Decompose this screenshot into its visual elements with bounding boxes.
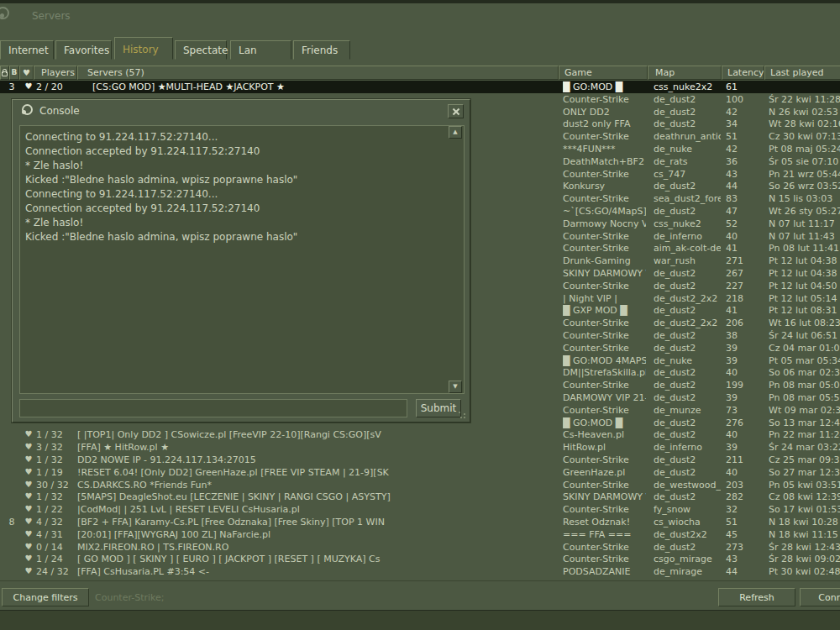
close-icon[interactable] (448, 104, 464, 118)
column-lock[interactable] (0, 66, 9, 80)
server-row[interactable]: 3 ♥ 2 / 20 [CS:GO MOD] ★MULTI-HEAD ★JACK… (0, 81, 840, 93)
game-name: SKINY DARMOWY VIP (563, 268, 646, 279)
console-scrollbar[interactable]: ▲ ▼ (449, 126, 462, 393)
map-name: de_dust2 (654, 367, 721, 378)
shield-icon: ♥ (22, 480, 35, 489)
steam-icon (22, 104, 33, 115)
column-latency[interactable]: Latency (722, 66, 764, 80)
server-row[interactable]: ♥ 24 / 32 [FFA] CsHusaria.PL #3:54 <- PO… (0, 565, 840, 578)
latency-value: 43 (726, 169, 763, 180)
last-played-value: Pt 12 lut 08:31 (769, 305, 840, 316)
map-name: de_dust2 (654, 281, 721, 291)
column-last-played[interactable]: Last played (764, 66, 840, 80)
game-name: ***4FUN*** (563, 144, 646, 155)
game-name: Counter-Strike (563, 504, 646, 515)
map-name: de_dust2 (654, 94, 721, 105)
column-secure[interactable]: ♥ (19, 66, 34, 80)
last-played-value: So 27 mar 12:30 (769, 467, 840, 478)
map-name: de_dust2_2x2 (654, 293, 721, 304)
server-row[interactable]: ♥ 1 / 32 [ |TOP1| Only DD2 ] CSowicze.pl… (0, 428, 840, 441)
column-players[interactable]: Players (34, 66, 77, 80)
change-filters-button[interactable]: Change filters (2, 588, 89, 606)
server-row[interactable]: ♥ 1 / 32 [5MAPS] DeagleShot.eu [LECZENIE… (0, 491, 840, 503)
tab[interactable]: History (114, 37, 173, 60)
map-name: de_inferno (654, 442, 721, 453)
column-game[interactable]: Game (559, 66, 648, 80)
server-row[interactable]: ♥ 0 / 14 MIX2.FIREON.RO | TS.FIREON.RO C… (0, 541, 840, 554)
last-played-value: Cz 25 mar 09:31 (769, 454, 840, 465)
submit-button[interactable]: Submit (416, 399, 461, 417)
console-titlebar[interactable]: Console (13, 100, 470, 122)
tab[interactable]: Friends (293, 40, 350, 60)
latency-value: 40 (726, 429, 763, 440)
scroll-down-icon[interactable]: ▼ (449, 381, 462, 393)
console-line: * Zle haslo! (25, 159, 444, 173)
map-name: cs_wiocha (654, 517, 721, 528)
server-row[interactable]: ♥ 30 / 32 CS.DARKCS.RO *Friends Fun* Cou… (0, 479, 840, 491)
server-row[interactable]: 8 ♥ 4 / 32 [BF2 + FFA] Karamy-Cs.PL [Fre… (0, 516, 840, 528)
latency-value: 42 (726, 144, 763, 155)
server-name: [ |TOP1| Only DD2 ] CSowicze.pl [FreeVIP… (77, 429, 558, 440)
map-name: de_dust2x2 (654, 529, 721, 540)
game-name: Counter-Strike (563, 330, 646, 341)
game-name: Counter-Strike (563, 542, 646, 553)
last-played-value: Cz 30 kwi 07:13 (769, 131, 840, 142)
server-row[interactable]: ♥ 1 / 24 [ GO MOD ] [ SKINY ] [ EURO ] [… (0, 553, 840, 565)
map-name: de_dust2 (654, 343, 721, 354)
game-name: Reset Odznak! (563, 517, 646, 528)
server-name: CS.DARKCS.RO *Friends Fun* (77, 480, 558, 491)
last-played-value: Pn 21 wrz 05:44 (769, 169, 840, 180)
server-name: DD2 NOWE IP - 91.224.117.134:27015 (77, 454, 558, 465)
map-name: csgo_mirage (654, 554, 721, 564)
player-count: 30 / 32 (36, 480, 76, 491)
latency-value: 100 (726, 94, 763, 105)
map-name: cs_747 (654, 169, 721, 180)
lock-icon (2, 71, 8, 76)
server-row[interactable]: ♥ 1 / 32 DD2 NOWE IP - 91.224.117.134:27… (0, 454, 840, 466)
latency-value: 41 (726, 305, 763, 316)
server-row[interactable]: ♥ 1 / 19 !RESET 6.04! [Only DD2] GreenHa… (0, 466, 840, 479)
resize-grip[interactable] (459, 412, 466, 419)
connect-button[interactable]: Connect (800, 588, 840, 606)
server-name: [BF2 + FFA] Karamy-Cs.PL [Free Odznaka] … (77, 517, 558, 528)
refresh-button[interactable]: Refresh (718, 588, 795, 606)
map-name: de_dust2 (654, 491, 721, 502)
map-name: de_dust2 (654, 454, 721, 465)
last-played-value: Pn 08 mar 05:50 (769, 392, 840, 403)
latency-value: 47 (726, 206, 763, 217)
latency-value: 51 (726, 517, 763, 528)
titlebar[interactable]: Servers (0, 3, 840, 34)
map-name: de_dust2 (654, 118, 721, 129)
server-row[interactable]: ♥ 3 / 32 [FFA] ★ HitRow.pl ★ HitRow.pl d… (0, 441, 840, 454)
tab[interactable]: Spectate (175, 40, 227, 60)
last-played-value: Pt 12 lut 04:50 (769, 281, 840, 291)
game-name: Counter-Strike (563, 169, 646, 180)
game-name: Counter-Strike (563, 243, 646, 254)
tab[interactable]: Internet (0, 40, 54, 60)
server-row[interactable]: ♥ 4 / 31 [20:01] [FFA][WYGRAJ 100 ZL] Na… (0, 528, 840, 541)
tab[interactable]: Favorites (55, 40, 112, 60)
console-input[interactable] (19, 399, 407, 417)
map-name: aim_ak-colt-deagle (654, 243, 721, 254)
player-count: 0 / 14 (36, 542, 76, 553)
server-name: [FFA] ★ HitRow.pl ★ (77, 442, 558, 453)
latency-value: 41 (726, 243, 763, 254)
last-played-value: Wt 16 lut 08:23 (769, 318, 840, 328)
console-dialog: Console Connecting to 91.224.117.52:2714… (12, 99, 470, 423)
column-map[interactable]: Map (648, 66, 722, 80)
player-count: 4 / 31 (36, 529, 76, 540)
game-name: Counter-Strike (563, 343, 646, 354)
scroll-up-icon[interactable]: ▲ (449, 126, 462, 139)
column-bots[interactable]: B (9, 66, 19, 80)
server-row[interactable]: ♥ 1 / 22 |CodMod| | 251 LvL | RESET LEVE… (0, 503, 840, 516)
tab[interactable]: Lan (230, 40, 291, 60)
tab-label: Friends (302, 45, 338, 56)
shield-icon: ♥ (22, 542, 35, 551)
tab-label: Lan (239, 45, 257, 56)
column-servers[interactable]: Servers (57) (77, 66, 559, 80)
last-played-value: N 07 lut 11:17 (769, 218, 840, 229)
game-name: DM||StrefaSkilla.pl (563, 367, 646, 378)
last-played-value: N 07 lut 11:43 (769, 231, 840, 242)
game-name: Konkursy (563, 181, 646, 192)
server-name: [5MAPS] DeagleShot.eu [LECZENIE | SKINY … (77, 491, 558, 502)
